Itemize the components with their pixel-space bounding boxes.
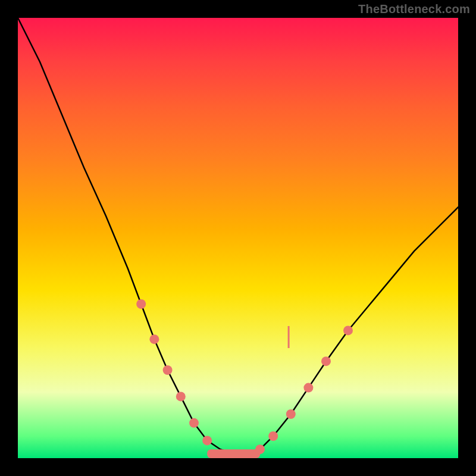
highlight-dot xyxy=(149,334,159,344)
watermark-label: TheBottleneck.com xyxy=(358,2,470,16)
highlight-dot xyxy=(286,409,296,419)
highlight-dots xyxy=(136,299,353,454)
highlight-dot xyxy=(163,365,173,375)
highlight-dot xyxy=(189,418,199,428)
highlight-dot xyxy=(303,383,313,393)
highlight-dot xyxy=(268,431,278,441)
highlight-dot xyxy=(136,299,146,309)
chart-frame: TheBottleneck.com xyxy=(0,0,476,476)
highlight-dot xyxy=(343,325,353,335)
highlight-dot xyxy=(202,436,212,445)
valley-band xyxy=(207,449,260,458)
highlight-dot xyxy=(321,356,331,366)
highlight-dot xyxy=(176,392,186,401)
chart-plot-area xyxy=(18,18,458,458)
bottleneck-curve xyxy=(18,18,458,454)
chart-overlay-svg xyxy=(18,18,458,458)
highlight-dot xyxy=(255,444,265,454)
